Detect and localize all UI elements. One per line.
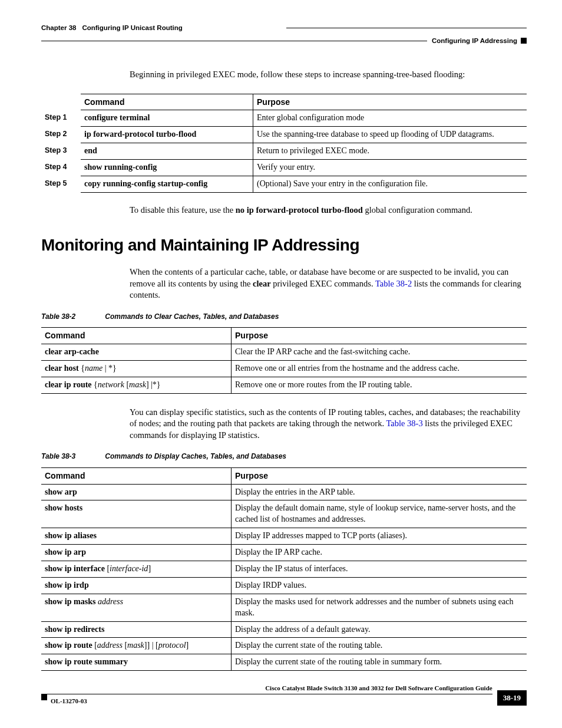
table-38-2: Command Purpose clear arp-cache Clear th… (41, 327, 527, 394)
t3-cmd: show ip route summary (41, 654, 232, 671)
t3-purpose: Display the IP status of interfaces. (232, 561, 527, 577)
t2-purpose: Remove one or all entries from the hostn… (232, 360, 527, 377)
t3-cmd: show ip masks address (41, 594, 232, 621)
step-label: Step 1 (41, 110, 81, 127)
t2-purpose: Remove one or more routes from the IP ro… (232, 377, 527, 393)
table-38-3: Command Purpose show arp Display the ent… (41, 467, 527, 671)
step-purpose: Enter global configuration mode (253, 110, 527, 127)
steps-th-purpose: Purpose (253, 94, 527, 110)
step-purpose: Return to privileged EXEC mode. (253, 143, 527, 160)
t2-th-purpose: Purpose (232, 328, 527, 344)
t3-purpose: Display the default domain name, style o… (232, 500, 527, 528)
footer-guide-title: Cisco Catalyst Blade Switch 3130 and 303… (41, 684, 492, 693)
footer-doc-number: OL-13270-03 (51, 697, 87, 706)
page-number: 38-19 (497, 690, 527, 706)
t3-cmd: show hosts (41, 500, 232, 528)
t3-cmd: show ip redirects (41, 621, 232, 638)
page-footer: Cisco Catalyst Blade Switch 3130 and 303… (41, 684, 527, 706)
section-heading: Monitoring and Maintaining IP Addressing (41, 234, 527, 256)
step-label: Step 5 (41, 176, 81, 193)
step-command: show running-config (81, 160, 253, 176)
t3-cmd: show ip irdp (41, 577, 232, 594)
disable-note: To disable this feature, use the no ip f… (130, 205, 527, 216)
t3-th-purpose: Purpose (232, 467, 527, 484)
t3-cmd: show ip route [address [mask]] | [protoc… (41, 638, 232, 654)
step-command: end (81, 143, 253, 160)
step-label: Step 3 (41, 143, 81, 160)
chapter-label: Chapter 38 (41, 24, 76, 33)
step-purpose: Use the spanning-tree database to speed … (253, 127, 527, 143)
step-command: configure terminal (81, 110, 253, 127)
t2-purpose: Clear the IP ARP cache and the fast-swit… (232, 344, 527, 361)
step-label: Step 2 (41, 127, 81, 143)
t3-purpose: Display the current state of the routing… (232, 654, 527, 671)
t3-cmd: show arp (41, 484, 232, 500)
table-link[interactable]: Table 38-3 (386, 419, 422, 428)
step-label: Step 4 (41, 160, 81, 176)
table2-caption: Table 38-2 Commands to Clear Caches, Tab… (41, 312, 527, 321)
intro-paragraph: Beginning in privileged EXEC mode, follo… (130, 69, 527, 81)
table-link[interactable]: Table 38-2 (375, 279, 412, 288)
steps-table: Command Purpose Step 1 configure termina… (41, 94, 527, 193)
para-clear-intro: When the contents of a particular cache,… (130, 266, 527, 301)
footer-marker-icon (41, 694, 47, 700)
t2-cmd: clear ip route {network [mask] |*} (41, 377, 232, 393)
t3-purpose: Display IRDP values. (232, 577, 527, 594)
running-header-right: Configuring IP Addressing (41, 37, 527, 46)
section-label: Configuring IP Addressing (432, 37, 517, 46)
header-marker-icon (521, 38, 527, 44)
t3-cmd: show ip arp (41, 545, 232, 561)
steps-th-command: Command (81, 94, 253, 110)
t2-th-command: Command (41, 328, 232, 344)
t3-purpose: Display the address of a default gateway… (232, 621, 527, 638)
step-command: ip forward-protocol turbo-flood (81, 127, 253, 143)
t3-cmd: show ip interface [interface-id] (41, 561, 232, 577)
step-command: copy running-config startup-config (81, 176, 253, 193)
running-header-left: Chapter 38 Configuring IP Unicast Routin… (41, 24, 527, 33)
t2-cmd: clear host {name | *} (41, 360, 232, 377)
para-display-intro: You can display specific statistics, suc… (130, 407, 527, 442)
t3-purpose: Display the entries in the ARP table. (232, 484, 527, 500)
t3-purpose: Display the current state of the routing… (232, 638, 527, 654)
table3-caption: Table 38-3 Commands to Display Caches, T… (41, 452, 527, 461)
step-purpose: Verify your entry. (253, 160, 527, 176)
t3-purpose: Display IP addresses mapped to TCP ports… (232, 528, 527, 545)
step-purpose: (Optional) Save your entry in the config… (253, 176, 527, 193)
t2-cmd: clear arp-cache (41, 344, 232, 361)
t3-cmd: show ip aliases (41, 528, 232, 545)
t3-purpose: Display the IP ARP cache. (232, 545, 527, 561)
t3-purpose: Display the masks used for network addre… (232, 594, 527, 621)
chapter-title: Configuring IP Unicast Routing (82, 24, 182, 33)
t3-th-command: Command (41, 467, 232, 484)
